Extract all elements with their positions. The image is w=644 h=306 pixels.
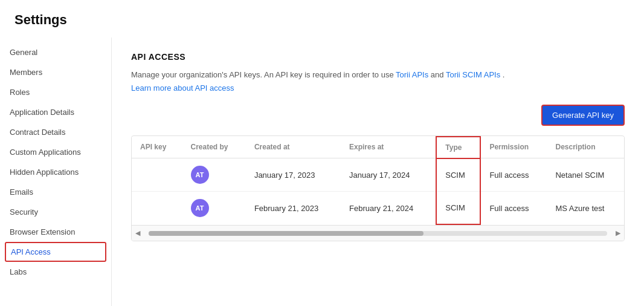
api-table-wrapper: API keyCreated byCreated atExpires atTyp… (131, 135, 625, 242)
col-header-expires_at: Expires at (341, 137, 436, 158)
sidebar-item-browser-extension[interactable]: Browser Extension (0, 222, 111, 242)
sidebar-item-labs[interactable]: Labs (0, 262, 111, 282)
scrollbar-thumb (149, 231, 423, 236)
desc-mid: and (431, 70, 446, 79)
cell-created-at: January 17, 2023 (246, 158, 341, 192)
col-header-description: Description (547, 137, 624, 158)
scroll-right-arrow[interactable]: ▶ (612, 228, 624, 238)
sidebar-item-custom-applications[interactable]: Custom Applications (0, 142, 111, 162)
cell-created-by: AT (182, 158, 246, 192)
cell-type: SCIM (436, 158, 480, 192)
cell-type: SCIM (436, 192, 480, 225)
scrollbar-track (149, 231, 607, 236)
learn-more-link[interactable]: Learn more about API access (131, 83, 234, 93)
sidebar-item-api-access[interactable]: API Access (5, 242, 106, 262)
scroll-left-arrow[interactable]: ◀ (132, 228, 144, 238)
cell-permission: Full access (480, 192, 547, 225)
description-text: Manage your organization's API keys. An … (131, 69, 625, 81)
torii-apis-link[interactable]: Torii APIs (396, 70, 428, 79)
col-header-created_at: Created at (246, 137, 341, 158)
sidebar-item-contract-details[interactable]: Contract Details (0, 122, 111, 142)
avatar: AT (191, 199, 209, 217)
table-header-row: API keyCreated byCreated atExpires atTyp… (132, 137, 624, 158)
app-container: Settings GeneralMembersRolesApplication … (0, 0, 644, 306)
cell-description: Netanel SCIM (547, 158, 624, 192)
page-title: Settings (0, 0, 644, 37)
cell-permission: Full access (480, 158, 547, 192)
sidebar-item-application-details[interactable]: Application Details (0, 102, 111, 122)
sidebar-item-members[interactable]: Members (0, 62, 111, 82)
col-header-api_key: API key (132, 137, 182, 158)
sidebar-item-hidden-applications[interactable]: Hidden Applications (0, 162, 111, 182)
torii-scim-link[interactable]: Torii SCIM APIs (446, 70, 500, 79)
cell-api-key (132, 158, 182, 192)
cell-created-by: AT (182, 192, 246, 225)
avatar: AT (191, 166, 209, 184)
table-row: ATJanuary 17, 2023January 17, 2024SCIMFu… (132, 158, 624, 192)
sidebar: GeneralMembersRolesApplication DetailsCo… (0, 37, 112, 306)
generate-btn-row: Generate API key (131, 105, 625, 126)
col-header-permission: Permission (480, 137, 547, 158)
cell-expires-at: February 21, 2024 (341, 192, 436, 225)
desc-text-1: Manage your organization's API keys. An … (131, 70, 394, 79)
desc-end: . (503, 70, 505, 79)
content-area: API ACCESS Manage your organization's AP… (112, 37, 644, 306)
section-title: API ACCESS (131, 52, 625, 62)
cell-created-at: February 21, 2023 (246, 192, 341, 225)
table-row: ATFebruary 21, 2023February 21, 2024SCIM… (132, 192, 624, 225)
col-header-type: Type (436, 137, 480, 158)
horizontal-scrollbar[interactable]: ◀ ▶ (132, 225, 624, 241)
table-header: API keyCreated byCreated atExpires atTyp… (132, 137, 624, 158)
sidebar-item-emails[interactable]: Emails (0, 182, 111, 202)
api-table: API keyCreated byCreated atExpires atTyp… (132, 136, 624, 226)
sidebar-item-roles[interactable]: Roles (0, 82, 111, 102)
main-layout: GeneralMembersRolesApplication DetailsCo… (0, 37, 644, 306)
cell-expires-at: January 17, 2024 (341, 158, 436, 192)
table-body: ATJanuary 17, 2023January 17, 2024SCIMFu… (132, 158, 624, 225)
sidebar-item-security[interactable]: Security (0, 202, 111, 222)
sidebar-item-general[interactable]: General (0, 42, 111, 62)
cell-api-key (132, 192, 182, 225)
cell-description: MS Azure test (547, 192, 624, 225)
generate-api-key-button[interactable]: Generate API key (541, 105, 625, 126)
col-header-created_by: Created by (182, 137, 246, 158)
